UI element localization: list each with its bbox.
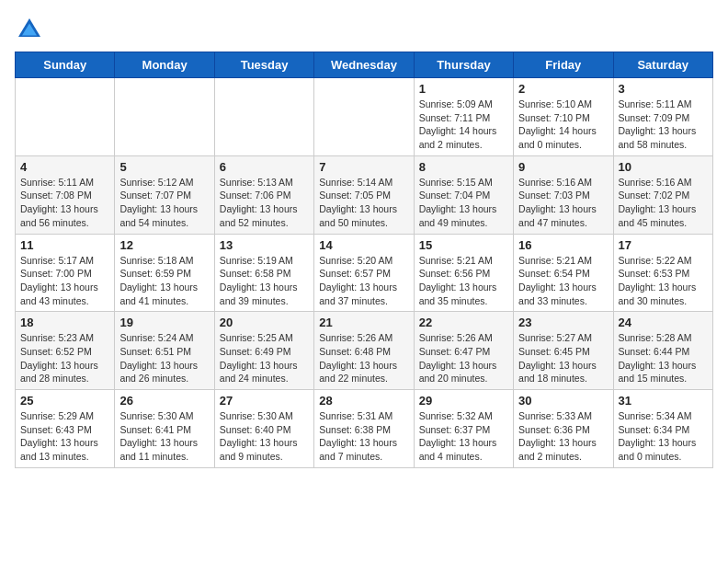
calendar-cell: 13Sunrise: 5:19 AMSunset: 6:58 PMDayligh… <box>214 234 313 312</box>
calendar-cell: 16Sunrise: 5:21 AMSunset: 6:54 PMDayligh… <box>514 234 613 312</box>
calendar-cell: 14Sunrise: 5:20 AMSunset: 6:57 PMDayligh… <box>314 234 414 312</box>
day-number: 22 <box>419 316 508 329</box>
calendar-cell: 19Sunrise: 5:24 AMSunset: 6:51 PMDayligh… <box>115 312 214 390</box>
calendar-cell: 18Sunrise: 5:23 AMSunset: 6:52 PMDayligh… <box>16 312 115 390</box>
calendar-cell: 31Sunrise: 5:34 AMSunset: 6:34 PMDayligh… <box>613 390 712 468</box>
day-number: 8 <box>419 160 508 174</box>
calendar-cell <box>214 78 313 156</box>
calendar-cell: 22Sunrise: 5:26 AMSunset: 6:47 PMDayligh… <box>414 312 513 390</box>
day-info: Sunrise: 5:16 AMSunset: 7:02 PMDaylight:… <box>619 176 708 230</box>
day-number: 26 <box>119 394 209 408</box>
day-number: 5 <box>119 160 209 174</box>
day-info: Sunrise: 5:10 AMSunset: 7:10 PMDaylight:… <box>518 98 608 152</box>
day-number: 12 <box>119 238 209 252</box>
calendar-cell: 28Sunrise: 5:31 AMSunset: 6:38 PMDayligh… <box>314 390 414 468</box>
day-info: Sunrise: 5:31 AMSunset: 6:38 PMDaylight:… <box>319 409 408 464</box>
day-number: 28 <box>319 394 408 408</box>
day-info: Sunrise: 5:17 AMSunset: 7:00 PMDaylight:… <box>20 254 109 308</box>
calendar-cell: 29Sunrise: 5:32 AMSunset: 6:37 PMDayligh… <box>414 390 513 468</box>
calendar-cell: 30Sunrise: 5:33 AMSunset: 6:36 PMDayligh… <box>514 390 613 468</box>
calendar-cell: 8Sunrise: 5:15 AMSunset: 7:04 PMDaylight… <box>414 155 513 234</box>
day-number: 9 <box>518 160 608 174</box>
calendar-cell: 24Sunrise: 5:28 AMSunset: 6:44 PMDayligh… <box>613 312 712 390</box>
day-info: Sunrise: 5:19 AMSunset: 6:58 PMDaylight:… <box>220 254 309 308</box>
calendar-week-3: 11Sunrise: 5:17 AMSunset: 7:00 PMDayligh… <box>16 234 713 312</box>
logo <box>15 15 48 44</box>
day-info: Sunrise: 5:33 AMSunset: 6:36 PMDaylight:… <box>518 409 608 464</box>
day-info: Sunrise: 5:34 AMSunset: 6:34 PMDaylight:… <box>619 409 708 464</box>
calendar-cell: 6Sunrise: 5:13 AMSunset: 7:06 PMDaylight… <box>214 155 313 234</box>
day-info: Sunrise: 5:15 AMSunset: 7:04 PMDaylight:… <box>419 176 508 230</box>
calendar-week-5: 25Sunrise: 5:29 AMSunset: 6:43 PMDayligh… <box>16 390 713 468</box>
day-number: 21 <box>319 316 408 329</box>
day-info: Sunrise: 5:28 AMSunset: 6:44 PMDaylight:… <box>619 331 708 385</box>
day-number: 2 <box>518 82 608 96</box>
day-number: 18 <box>20 316 109 329</box>
calendar-cell: 3Sunrise: 5:11 AMSunset: 7:09 PMDaylight… <box>613 78 712 156</box>
calendar-cell: 17Sunrise: 5:22 AMSunset: 6:53 PMDayligh… <box>613 234 712 312</box>
day-info: Sunrise: 5:32 AMSunset: 6:37 PMDaylight:… <box>419 409 508 464</box>
day-info: Sunrise: 5:23 AMSunset: 6:52 PMDaylight:… <box>20 331 109 385</box>
day-number: 3 <box>619 82 708 96</box>
calendar-header-monday: Monday <box>115 52 214 78</box>
calendar-header-sunday: Sunday <box>16 52 115 78</box>
calendar-cell: 1Sunrise: 5:09 AMSunset: 7:11 PMDaylight… <box>414 78 513 156</box>
page-header <box>15 15 713 44</box>
calendar-cell: 27Sunrise: 5:30 AMSunset: 6:40 PMDayligh… <box>214 390 313 468</box>
calendar-cell: 4Sunrise: 5:11 AMSunset: 7:08 PMDaylight… <box>16 155 115 234</box>
calendar-cell: 21Sunrise: 5:26 AMSunset: 6:48 PMDayligh… <box>314 312 414 390</box>
day-number: 27 <box>220 394 309 408</box>
calendar-header-wednesday: Wednesday <box>314 52 414 78</box>
day-number: 11 <box>20 238 109 252</box>
day-info: Sunrise: 5:18 AMSunset: 6:59 PMDaylight:… <box>119 254 209 308</box>
day-info: Sunrise: 5:11 AMSunset: 7:09 PMDaylight:… <box>619 98 708 152</box>
calendar-week-4: 18Sunrise: 5:23 AMSunset: 6:52 PMDayligh… <box>16 312 713 390</box>
calendar-cell: 7Sunrise: 5:14 AMSunset: 7:05 PMDaylight… <box>314 155 414 234</box>
calendar-cell: 12Sunrise: 5:18 AMSunset: 6:59 PMDayligh… <box>115 234 214 312</box>
calendar-header-friday: Friday <box>514 52 613 78</box>
calendar-cell: 15Sunrise: 5:21 AMSunset: 6:56 PMDayligh… <box>414 234 513 312</box>
day-number: 10 <box>619 160 708 174</box>
calendar-week-2: 4Sunrise: 5:11 AMSunset: 7:08 PMDaylight… <box>16 155 713 234</box>
day-number: 4 <box>20 160 109 174</box>
day-number: 19 <box>119 316 209 329</box>
day-number: 24 <box>619 316 708 329</box>
calendar-cell <box>115 78 214 156</box>
day-number: 7 <box>319 160 408 174</box>
calendar-cell: 26Sunrise: 5:30 AMSunset: 6:41 PMDayligh… <box>115 390 214 468</box>
day-number: 14 <box>319 238 408 252</box>
day-number: 29 <box>419 394 508 408</box>
calendar-cell: 5Sunrise: 5:12 AMSunset: 7:07 PMDaylight… <box>115 155 214 234</box>
day-info: Sunrise: 5:30 AMSunset: 6:41 PMDaylight:… <box>119 409 209 464</box>
day-number: 6 <box>220 160 309 174</box>
day-number: 30 <box>518 394 608 408</box>
logo-icon <box>15 15 44 44</box>
day-number: 13 <box>220 238 309 252</box>
day-number: 15 <box>419 238 508 252</box>
calendar-cell <box>314 78 414 156</box>
day-info: Sunrise: 5:27 AMSunset: 6:45 PMDaylight:… <box>518 331 608 385</box>
day-info: Sunrise: 5:29 AMSunset: 6:43 PMDaylight:… <box>20 409 109 464</box>
day-info: Sunrise: 5:25 AMSunset: 6:49 PMDaylight:… <box>220 331 309 385</box>
day-info: Sunrise: 5:13 AMSunset: 7:06 PMDaylight:… <box>220 176 309 230</box>
day-number: 1 <box>419 82 508 96</box>
calendar-cell <box>16 78 115 156</box>
calendar-cell: 9Sunrise: 5:16 AMSunset: 7:03 PMDaylight… <box>514 155 613 234</box>
calendar-header-saturday: Saturday <box>613 52 712 78</box>
day-info: Sunrise: 5:26 AMSunset: 6:47 PMDaylight:… <box>419 331 508 385</box>
day-info: Sunrise: 5:09 AMSunset: 7:11 PMDaylight:… <box>419 98 508 152</box>
calendar-table: SundayMondayTuesdayWednesdayThursdayFrid… <box>15 52 713 468</box>
calendar-cell: 20Sunrise: 5:25 AMSunset: 6:49 PMDayligh… <box>214 312 313 390</box>
calendar-week-1: 1Sunrise: 5:09 AMSunset: 7:11 PMDaylight… <box>16 78 713 156</box>
day-number: 25 <box>20 394 109 408</box>
day-info: Sunrise: 5:26 AMSunset: 6:48 PMDaylight:… <box>319 331 408 385</box>
calendar-cell: 23Sunrise: 5:27 AMSunset: 6:45 PMDayligh… <box>514 312 613 390</box>
day-info: Sunrise: 5:22 AMSunset: 6:53 PMDaylight:… <box>619 254 708 308</box>
calendar-cell: 11Sunrise: 5:17 AMSunset: 7:00 PMDayligh… <box>16 234 115 312</box>
calendar-cell: 25Sunrise: 5:29 AMSunset: 6:43 PMDayligh… <box>16 390 115 468</box>
day-info: Sunrise: 5:30 AMSunset: 6:40 PMDaylight:… <box>220 409 309 464</box>
day-number: 23 <box>518 316 608 329</box>
day-info: Sunrise: 5:14 AMSunset: 7:05 PMDaylight:… <box>319 176 408 230</box>
calendar-cell: 2Sunrise: 5:10 AMSunset: 7:10 PMDaylight… <box>514 78 613 156</box>
day-number: 31 <box>619 394 708 408</box>
